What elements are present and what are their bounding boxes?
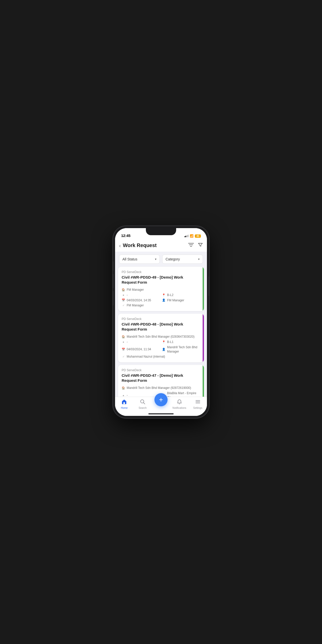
status-icons: 📶 45	[184, 234, 201, 238]
detail-location-1: 📍 B-L2	[162, 293, 200, 297]
detail-location-text-1: B-L2	[167, 293, 173, 297]
detail-building-text-3: Mandrill Tech Sdn Bhd Manager (928726190…	[127, 386, 191, 390]
card-title-3: Civil #WR-PDSD-47 - [Demo] Work Request …	[122, 373, 200, 383]
building-icon: 🏠	[122, 288, 125, 291]
person-icon-2: 👤	[162, 348, 166, 351]
content-area: ‹ Work Request	[115, 239, 207, 416]
detail-status-2: ● -	[122, 340, 160, 344]
detail-status-1: ● -	[122, 293, 160, 297]
nav-item-notifications[interactable]: Notifications	[170, 399, 189, 409]
detail-reporter-2: ✓ Muhammad Nazrul (internal)	[122, 355, 200, 359]
status-filter-chevron: ▾	[155, 257, 156, 261]
signal-bar-2	[185, 236, 186, 237]
card-provider-2: PD ServeDeck	[122, 317, 200, 321]
check-icon: ✓	[122, 304, 125, 307]
card-accent-green	[203, 267, 204, 311]
wifi-icon: 📶	[190, 234, 194, 238]
detail-location-text-2: B-L1	[167, 340, 173, 344]
work-request-card-48[interactable]: PD ServeDeck Civil #WR-PDSD-48 - [Demo] …	[118, 314, 204, 362]
side-button-silent	[113, 261, 113, 271]
calendar-icon: 📅	[122, 299, 125, 302]
status-filter-label: All Status	[122, 257, 137, 261]
nav-label-search: Search	[139, 407, 147, 409]
detail-assignee-2: 👤 Mandrill Tech Sdn Bhd Manager	[162, 345, 200, 354]
svg-rect-3	[123, 402, 125, 404]
header-left: ‹ Work Request	[119, 243, 157, 248]
person-icon: 👤	[162, 299, 166, 302]
detail-status-text-2: -	[127, 340, 128, 344]
detail-assignee-1: 👤 FM Manager	[162, 298, 200, 303]
detail-building-2: 🏠 Mandrill Tech Sdn Bhd Manager (0283647…	[122, 335, 200, 339]
page-header: ‹ Work Request	[115, 239, 207, 252]
detail-building-text-1: FM Manager	[127, 288, 144, 292]
detail-location-2: 📍 B-L1	[162, 340, 200, 344]
sort-icon[interactable]	[188, 243, 194, 248]
nav-label-settings: Settings	[193, 407, 202, 409]
building-icon-3: 🏠	[122, 386, 125, 390]
category-filter[interactable]: Category ▾	[162, 255, 203, 264]
card-title-2: Civil #WR-PDSD-48 - [Demo] Work Request …	[122, 322, 200, 332]
category-filter-chevron: ▾	[198, 257, 200, 261]
home-indicator	[148, 413, 174, 414]
check-icon-2: ✓	[122, 355, 125, 358]
battery-indicator: 45	[195, 234, 201, 238]
status-time: 12:45	[121, 233, 130, 238]
filters-row: All Status ▾ Category ▾	[115, 252, 207, 267]
detail-building-3: 🏠 Mandrill Tech Sdn Bhd Manager (9287261…	[122, 386, 200, 390]
signal-bar-4	[188, 235, 189, 237]
back-button[interactable]: ‹	[119, 243, 121, 248]
status-dot-icon: ●	[122, 293, 125, 297]
card-title-1: Civil #WR-PDSD-49 - [Demo] Work Request …	[122, 275, 200, 285]
home-icon	[121, 399, 127, 406]
detail-reporter-text-1: FM Manager	[127, 303, 144, 308]
svg-line-5	[144, 403, 145, 404]
detail-building-text-2: Mandrill Tech Sdn Bhd Manager (028364730…	[127, 335, 195, 339]
detail-building-1: 🏠 FM Manager	[122, 288, 200, 292]
add-button[interactable]: +	[154, 393, 168, 406]
building-icon-2: 🏠	[122, 335, 125, 338]
notifications-icon	[177, 399, 182, 406]
filter-icon[interactable]	[198, 242, 203, 249]
status-dot-icon-3: ●	[122, 394, 125, 397]
header-actions	[188, 242, 203, 249]
signal-bars	[184, 235, 189, 237]
detail-datetime-1: 📅 04/03/2024, 14:35	[122, 298, 160, 303]
page-title: Work Request	[123, 243, 157, 248]
detail-status-text-1: -	[127, 293, 128, 297]
nav-label-notifications: Notifications	[173, 407, 186, 409]
nav-item-home[interactable]: Home	[115, 399, 133, 409]
signal-bar-3	[187, 235, 187, 237]
status-filter[interactable]: All Status ▾	[119, 255, 160, 264]
work-request-card-49[interactable]: PD ServeDeck Civil #WR-PDSD-49 - [Demo] …	[118, 267, 204, 311]
side-button-power	[209, 277, 209, 296]
phone-screen: 12:45 📶 45 ‹ Work Request	[115, 228, 207, 416]
card-provider-3: PD ServeDeck	[122, 368, 200, 372]
location-icon-2: 📍	[162, 340, 166, 344]
detail-datetime-text-1: 04/03/2024, 14:35	[127, 298, 151, 303]
notch	[146, 228, 176, 235]
search-icon	[140, 399, 145, 406]
side-button-volume-up	[113, 274, 113, 288]
detail-datetime-text-2: 04/03/2024, 11:34	[127, 347, 151, 352]
card-provider-1: PD ServeDeck	[122, 270, 200, 274]
phone-frame: 12:45 📶 45 ‹ Work Request	[113, 226, 209, 418]
card-details-1: 🏠 FM Manager ● - 📍 B-L2 📅	[122, 288, 200, 308]
card-accent-purple	[203, 314, 204, 362]
location-icon: 📍	[162, 293, 166, 297]
signal-bar-1	[184, 236, 185, 237]
nav-item-search[interactable]: Search	[133, 399, 152, 409]
detail-reporter-text-2: Muhammad Nazrul (internal)	[127, 355, 165, 359]
detail-datetime-2: 📅 04/03/2024, 11:34	[122, 345, 160, 354]
card-details-2: 🏠 Mandrill Tech Sdn Bhd Manager (0283647…	[122, 335, 200, 359]
category-filter-label: Category	[166, 257, 180, 261]
settings-icon	[195, 399, 201, 406]
detail-assignee-text-1: FM Manager	[167, 298, 184, 303]
plus-icon: +	[159, 396, 163, 403]
nav-label-home: Home	[121, 407, 128, 409]
side-button-volume-down	[113, 291, 113, 305]
status-dot-icon-2: ●	[122, 340, 125, 343]
detail-reporter-1: ✓ FM Manager	[122, 303, 200, 308]
calendar-icon-2: 📅	[122, 348, 125, 351]
nav-item-settings[interactable]: Settings	[189, 399, 207, 409]
detail-assignee-text-2: Mandrill Tech Sdn Bhd Manager	[167, 345, 200, 354]
